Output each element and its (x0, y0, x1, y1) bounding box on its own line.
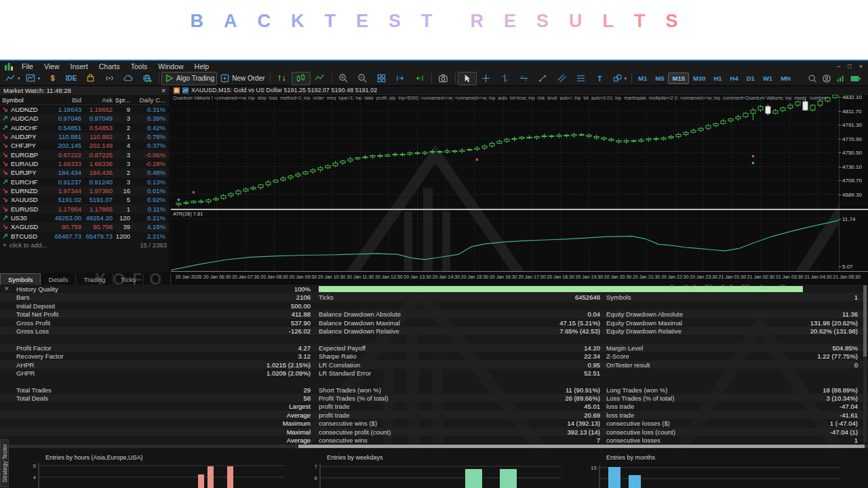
trendline-button[interactable] (534, 72, 553, 85)
restore-button[interactable]: □ (848, 63, 851, 70)
tab-details[interactable]: Details (41, 274, 76, 285)
stat-label: Bars (16, 293, 30, 301)
chart-profile-button[interactable]: ▾ (3, 72, 23, 85)
symbol-row-audchf[interactable]: AUDCHF0.548510.5485320.42% (0, 123, 170, 132)
zoom-out-button[interactable] (353, 72, 372, 85)
symbol-row-eurusd[interactable]: EURUSD1.178641.1786510.11% (0, 205, 170, 214)
time-axis[interactable]: 20 Jan 202620 Jan 06:3020 Jan 07:3020 Ja… (171, 271, 868, 285)
minimize-button[interactable]: – (837, 63, 840, 70)
community-button[interactable] (138, 72, 157, 85)
signals-button[interactable] (100, 72, 119, 85)
chart-shot-button[interactable] (434, 72, 453, 85)
scrollbar-thumb[interactable] (863, 285, 867, 357)
stat-label: consecutive profit (count) (319, 428, 391, 436)
market-watch-close-icon[interactable]: ✕ (161, 87, 166, 94)
new-order-button[interactable]: New Order (217, 72, 267, 85)
timeframe-h4-button[interactable]: H4 (726, 73, 743, 84)
cursor-button[interactable] (458, 72, 477, 85)
tile-windows-button[interactable] (372, 72, 391, 85)
indicators-button[interactable]: ▾ (23, 72, 43, 85)
title-letter: T (634, 11, 646, 32)
symbol-cell: CHFJPY (0, 142, 47, 149)
tick-chart-button[interactable] (273, 72, 292, 85)
menu-item-window[interactable]: Window (153, 62, 189, 70)
menu-item-view[interactable]: View (39, 62, 65, 70)
horizontal-line-button[interactable] (515, 72, 534, 85)
zoom-out-icon (357, 73, 368, 83)
symbol-row-euraud[interactable]: EURAUD1.663331.663363-0.28% (0, 159, 170, 168)
stats-horizontal-scrollbar[interactable] (9, 445, 868, 448)
column-header[interactable]: Ask (81, 96, 113, 104)
column-header[interactable]: Bid (47, 96, 81, 104)
vertical-line-button[interactable] (496, 72, 515, 85)
stat-value: Maximum (197, 420, 311, 427)
stat-label: profit trade (319, 411, 349, 419)
column-header[interactable]: Spr... (113, 96, 130, 104)
shift-end-button[interactable] (391, 72, 410, 85)
crosshair-icon (481, 73, 491, 83)
symbol-row-btcusd[interactable]: BTCUSD65467.7365479.7312002.21% (0, 232, 170, 241)
pane-separator[interactable] (171, 209, 868, 210)
menu-item-file[interactable]: File (16, 62, 39, 70)
timeframe-m5-button[interactable]: M5 (651, 73, 668, 84)
column-header[interactable]: Symbol (0, 96, 47, 104)
search-button[interactable] (808, 74, 817, 83)
channel-button[interactable] (553, 72, 572, 85)
candle-chart-button[interactable] (292, 72, 311, 85)
timeframe-m1-button[interactable]: M1 (634, 73, 651, 84)
symbol-row-eurjpy[interactable]: EURJPY184.434184.43620.48% (0, 168, 170, 177)
menu-item-tools[interactable]: Tools (125, 62, 153, 70)
symbol-row-eurchf[interactable]: EURCHF0.912370.9124030.13% (0, 178, 170, 186)
stat-label: consecutive losses ($) (606, 420, 670, 427)
timeframe-h1-button[interactable]: H1 (709, 73, 726, 84)
price-axis[interactable]: 4852.504832.104811.704791.304770.904750.… (839, 86, 868, 271)
crosshair-button[interactable] (477, 72, 496, 85)
menu-item-charts[interactable]: Charts (94, 62, 125, 70)
stats-spacer-row (0, 377, 868, 385)
stats-vertical-scrollbar[interactable] (863, 285, 867, 443)
symbol-row-xagusd[interactable]: XAGUSD90.75990.798394.16% (0, 222, 170, 231)
strategy-tester-tab[interactable]: Strategy Tester (0, 439, 9, 487)
account-button[interactable] (822, 74, 831, 83)
tab-trading[interactable]: Trading (76, 274, 113, 285)
menu-item-help[interactable]: Help (189, 62, 215, 70)
timeframe-m30-button[interactable]: M30 (689, 73, 709, 84)
symbol-row-eurgbp[interactable]: EURGBP0.872220.872253-0.06% (0, 150, 170, 159)
symbol-row-audnzd[interactable]: AUDNZD1.186431.1865290.31% (0, 105, 170, 114)
algo-trading-button[interactable]: Algo Trading (161, 72, 217, 85)
tab-ticks[interactable]: Ticks (113, 274, 144, 285)
metaeditor-button[interactable]: IDE (62, 72, 81, 85)
menu-item-insert[interactable]: Insert (65, 62, 94, 70)
market-button[interactable] (81, 72, 100, 85)
tab-symbols[interactable]: Symbols (0, 273, 41, 285)
close-button[interactable]: × (859, 63, 863, 70)
equidistant-lines-button[interactable] (572, 72, 591, 85)
timeframe-mn-button[interactable]: MN (776, 73, 795, 84)
financial-button[interactable]: $ (43, 72, 62, 85)
timeframe-m15-button[interactable]: M15 (668, 73, 688, 84)
timeframe-w1-button[interactable]: W1 (759, 73, 776, 84)
svg-text:$: $ (50, 75, 54, 82)
symbol-row-xauusd[interactable]: XAUUSD5191.025191.0750.92% (0, 195, 170, 204)
zoom-in-button[interactable] (334, 72, 353, 85)
close-results-icon[interactable]: ✕ (4, 285, 9, 292)
timeframe-d1-button[interactable]: D1 (743, 73, 759, 84)
objects-button[interactable]: ▾ (610, 72, 630, 85)
symbol-row-us30[interactable]: US3049253.0049254.201200.21% (0, 214, 170, 222)
symbol-row-audcad[interactable]: AUDCAD0.970460.9704930.39% (0, 114, 170, 123)
shift-right-icon (395, 73, 406, 83)
column-header[interactable]: Daily C... (130, 96, 168, 104)
auto-shift-button[interactable] (410, 72, 429, 85)
market-watch-title: Market Watch: 11:48:28 (3, 87, 71, 94)
symbol-row-eurnzd[interactable]: EURNZD1.973441.97360160.01% (0, 186, 170, 195)
add-symbol-row[interactable]: +click to add...15 / 2363 (0, 241, 170, 249)
cloud-button[interactable] (119, 72, 138, 85)
line-chart-mode-button[interactable] (311, 72, 330, 85)
price-pane[interactable] (171, 95, 839, 209)
chart-area[interactable]: XAUUSD,M15: Gold vs US Dollar 5191.25 51… (171, 86, 868, 285)
symbol-row-chfjpy[interactable]: CHFJPY202.145202.14940.37% (0, 141, 170, 150)
text-label-button[interactable]: T (591, 72, 610, 85)
atr-pane[interactable] (171, 210, 839, 271)
symbol-row-audjpy[interactable]: AUDJPY110.881110.88210.78% (0, 132, 170, 141)
scrollbar-thumb[interactable] (298, 445, 865, 448)
